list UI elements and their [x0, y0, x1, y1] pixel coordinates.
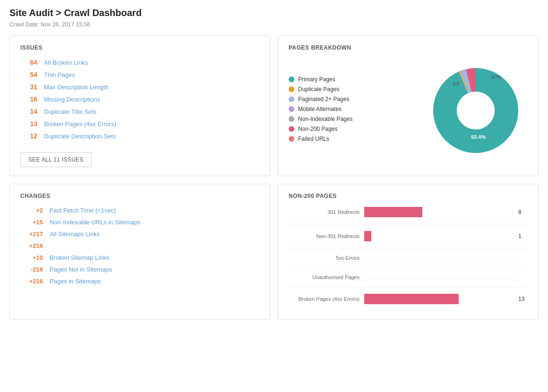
- legend-dot: [289, 116, 294, 122]
- bar-divider: [289, 267, 528, 268]
- change-link[interactable]: Fast Fetch Time (<1sec): [50, 207, 116, 214]
- issue-link[interactable]: Broken Pages (4xx Errors): [44, 120, 116, 128]
- change-count: +216: [20, 242, 43, 249]
- bar-fill: [364, 231, 371, 241]
- changes-list-item: +217All Sitemaps Links: [20, 230, 259, 238]
- issue-count: 12: [20, 132, 37, 140]
- changes-list-item: +216Pages in Sitemaps: [20, 278, 259, 285]
- bar-divider: [289, 248, 528, 248]
- change-count: +10: [20, 254, 43, 261]
- bar-value: 13: [518, 296, 528, 302]
- legend-item: Paginated 2+ Pages: [289, 96, 412, 102]
- issue-count: 64: [20, 59, 37, 66]
- issue-count: 14: [20, 108, 37, 115]
- pages-breakdown-card: PAGES BREAKDOWN Primary Pages Duplicate …: [278, 35, 539, 176]
- issues-list-item: 13 Broken Pages (4xx Errors): [20, 120, 259, 128]
- change-count: +217: [20, 230, 43, 238]
- bar-label: Unauthorised Pages: [289, 274, 364, 280]
- change-count: +216: [20, 278, 43, 285]
- legend-label: Non-Indexable Pages: [298, 116, 352, 122]
- issue-link[interactable]: Missing Descriptions: [44, 96, 100, 103]
- issue-count: 31: [20, 83, 37, 91]
- issues-list-item: 16 Missing Descriptions: [20, 95, 259, 103]
- issue-link[interactable]: Duplicate Title Sets: [44, 108, 96, 115]
- bar-label: 5xx Errors: [289, 255, 364, 261]
- issue-link[interactable]: Thin Pages: [44, 71, 75, 78]
- bar-chart: 301 Redirects8Non-301 Redirects15xx Erro…: [289, 207, 528, 304]
- legend-item: Mobile Alternates: [289, 106, 412, 112]
- changes-list-item: +15Non-Indexable URLs in Sitemaps: [20, 219, 259, 226]
- issues-list-item: 54 Thin Pages: [20, 71, 259, 78]
- bar-row: 5xx Errors: [289, 255, 528, 261]
- legend-label: Primary Pages: [298, 76, 335, 83]
- changes-card-title: CHANGES: [20, 193, 259, 199]
- issue-link[interactable]: Max Description Length: [44, 84, 109, 91]
- legend-dot: [289, 106, 294, 112]
- bar-divider: [289, 287, 528, 287]
- legend-dot: [289, 77, 294, 82]
- donut-chart-area: 93.4%2.03.7%: [424, 59, 528, 162]
- bar-track: [364, 294, 515, 304]
- issue-count: 13: [20, 120, 37, 128]
- legend-label: Duplicate Pages: [298, 86, 339, 93]
- change-link[interactable]: Non-Indexable URLs in Sitemaps: [50, 219, 140, 226]
- bar-label: Broken Pages (4xx Errors): [289, 296, 364, 302]
- change-link[interactable]: Broken Sitemap Links: [50, 254, 109, 261]
- change-link[interactable]: Pages in Sitemaps: [50, 278, 101, 285]
- legend-item: Non-Indexable Pages: [289, 116, 412, 122]
- legend-label: Mobile Alternates: [298, 106, 342, 112]
- bar-divider: [289, 224, 528, 224]
- donut-label-non200: 3.7%: [491, 75, 501, 79]
- issues-list-item: 14 Duplicate Title Sets: [20, 108, 259, 115]
- changes-list: +2Fast Fetch Time (<1sec)+15Non-Indexabl…: [20, 207, 259, 285]
- issue-count: 16: [20, 95, 37, 103]
- donut-label-primary: 93.4%: [471, 134, 486, 140]
- issue-link[interactable]: Duplicate Description Sets: [44, 133, 116, 140]
- bar-label: 301 Redirects: [289, 209, 364, 215]
- bar-value: 1: [518, 233, 528, 239]
- change-count: -216: [20, 266, 43, 273]
- change-count: +2: [20, 207, 43, 214]
- legend-item: Primary Pages: [289, 76, 412, 83]
- legend-item: Duplicate Pages: [289, 86, 412, 93]
- bar-row: Non-301 Redirects1: [289, 231, 528, 241]
- legend-dot: [289, 136, 294, 142]
- bar-fill: [364, 207, 422, 217]
- see-all-issues-button[interactable]: SEE ALL 11 ISSUES: [20, 152, 92, 167]
- legend-dot: [289, 86, 294, 92]
- non200-card: NON-200 PAGES 301 Redirects8Non-301 Redi…: [278, 184, 539, 320]
- changes-list-item: +216: [20, 242, 259, 249]
- issue-count: 54: [20, 71, 37, 78]
- donut-inner-circle: [457, 92, 495, 129]
- bar-fill: [364, 294, 459, 304]
- page-title: Site Audit > Crawl Dashboard: [9, 8, 539, 18]
- change-link[interactable]: Pages Not in Sitemaps: [50, 266, 112, 273]
- legend-label: Paginated 2+ Pages: [298, 96, 349, 102]
- bar-row: Broken Pages (4xx Errors)13: [289, 294, 528, 304]
- pages-breakdown-title: PAGES BREAKDOWN: [289, 44, 528, 51]
- change-count: +15: [20, 219, 43, 226]
- legend-item: Non-200 Pages: [289, 126, 412, 132]
- donut-chart-svg: 93.4%2.03.7%: [424, 59, 528, 162]
- issues-card: ISSUES 64 All Broken Links 54 Thin Pages…: [9, 35, 270, 176]
- non200-card-title: NON-200 PAGES: [289, 193, 528, 199]
- change-link[interactable]: All Sitemaps Links: [50, 230, 100, 238]
- breakdown-inner: Primary Pages Duplicate Pages Paginated …: [289, 59, 528, 162]
- bar-track: [364, 231, 515, 241]
- bar-label: Non-301 Redirects: [289, 233, 364, 239]
- bar-row: Unauthorised Pages: [289, 274, 528, 280]
- issue-link[interactable]: All Broken Links: [44, 59, 88, 66]
- bar-track: [364, 280, 515, 280]
- legend-label: Failed URLs: [298, 136, 329, 142]
- issues-list-item: 64 All Broken Links: [20, 59, 259, 66]
- legend-item: Failed URLs: [289, 136, 412, 142]
- bar-track: [364, 207, 515, 217]
- bar-row: 301 Redirects8: [289, 207, 528, 217]
- legend-dot: [289, 126, 294, 132]
- issues-list-item: 12 Duplicate Description Sets: [20, 132, 259, 140]
- issues-card-title: ISSUES: [20, 44, 259, 51]
- legend-dot: [289, 96, 294, 102]
- bar-value: 8: [518, 209, 528, 215]
- legend-label: Non-200 Pages: [298, 126, 337, 132]
- changes-list-item: +10Broken Sitemap Links: [20, 254, 259, 261]
